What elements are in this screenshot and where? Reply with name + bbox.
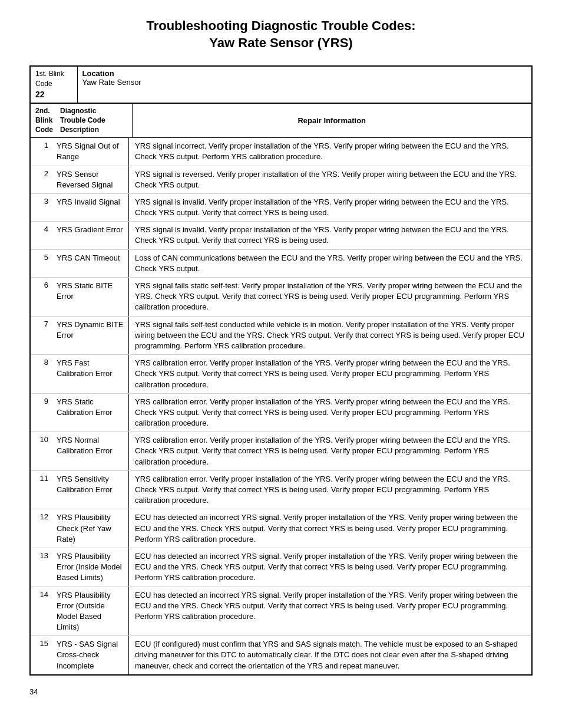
dtc-description: YRS Plausibility Error (Inside Model Bas… xyxy=(52,548,128,587)
dtc-description: YRS Plausibility Error (Outside Model Ba… xyxy=(52,587,128,636)
table-row: 9YRS Static Calibration ErrorYRS calibra… xyxy=(31,394,531,433)
dtc-description: YRS Static BITE Error xyxy=(52,278,128,316)
repair-info: ECU has detected an incorrect YRS signal… xyxy=(128,587,531,636)
row-number: 6 xyxy=(31,278,52,316)
repair-info: YRS signal fails self-test conducted whi… xyxy=(128,317,531,355)
repair-info: YRS calibration error. Verify proper ins… xyxy=(128,355,531,393)
dtc-description: YRS Sensitivity Calibration Error xyxy=(52,471,128,509)
row-number: 12 xyxy=(31,509,52,548)
main-content: 2nd.BlinkCode DiagnosticTrouble CodeDesc… xyxy=(29,104,533,675)
dtc-description: YRS Plausibility Check (Ref Yaw Rate) xyxy=(52,509,128,548)
repair-info: ECU has detected an incorrect YRS signal… xyxy=(128,548,531,587)
repair-info: YRS signal is invalid. Verify proper ins… xyxy=(128,194,531,221)
blink-code-cell: 1st. BlinkCode 22 xyxy=(30,66,77,103)
table-row: 14YRS Plausibility Error (Outside Model … xyxy=(31,587,531,637)
row-number: 3 xyxy=(31,194,52,221)
page-title: Troubleshooting Diagnostic Trouble Codes… xyxy=(29,18,533,51)
repair-info: YRS calibration error. Verify proper ins… xyxy=(128,394,531,432)
row-number: 13 xyxy=(31,548,52,587)
table-row: 2YRS Sensor Reversed SignalYRS signal is… xyxy=(31,166,531,194)
dtc-description: YRS Invalid Signal xyxy=(52,194,128,221)
row-number: 4 xyxy=(31,222,52,249)
repair-info: ECU has detected an incorrect YRS signal… xyxy=(128,509,531,548)
table-row: 4YRS Gradient ErrorYRS signal is invalid… xyxy=(31,222,531,249)
dtc-description: YRS CAN Timeout xyxy=(52,250,128,277)
repair-info: YRS calibration error. Verify proper ins… xyxy=(128,432,531,470)
table-row: 12YRS Plausibility Check (Ref Yaw Rate)E… xyxy=(31,509,531,548)
dtc-description: YRS Static Calibration Error xyxy=(52,394,128,432)
page-number: 34 xyxy=(29,687,533,696)
table-row: 13YRS Plausibility Error (Inside Model B… xyxy=(31,548,531,587)
repair-info: YRS signal is invalid. Verify proper ins… xyxy=(128,222,531,249)
table-row: 10YRS Normal Calibration ErrorYRS calibr… xyxy=(31,432,531,471)
repair-info: YRS signal is reversed. Verify proper in… xyxy=(128,166,531,193)
dtc-description: YRS Fast Calibration Error xyxy=(52,355,128,393)
row-number: 9 xyxy=(31,394,52,432)
row-number: 8 xyxy=(31,355,52,393)
col-header-repair: Repair Information xyxy=(132,104,531,137)
table-row: 5YRS CAN TimeoutLoss of CAN communicatio… xyxy=(31,250,531,278)
repair-info: YRS signal fails static self-test. Verif… xyxy=(128,278,531,316)
location-cell: Location Yaw Rate Sensor xyxy=(77,66,532,103)
repair-info: ECU (if configured) must confirm that YR… xyxy=(128,636,531,674)
table-row: 7YRS Dynamic BITE ErrorYRS signal fails … xyxy=(31,317,531,355)
row-number: 15 xyxy=(31,636,52,674)
table-row: 6YRS Static BITE ErrorYRS signal fails s… xyxy=(31,278,531,317)
repair-info: Loss of CAN communications between the E… xyxy=(128,250,531,277)
table-row: 8YRS Fast Calibration ErrorYRS calibrati… xyxy=(31,355,531,394)
dtc-description: YRS Sensor Reversed Signal xyxy=(52,166,128,193)
table-row: 15YRS - SAS Signal Cross-check Incomplet… xyxy=(31,636,531,674)
table-row: 3YRS Invalid SignalYRS signal is invalid… xyxy=(31,194,531,222)
row-number: 5 xyxy=(31,250,52,277)
dtc-description: YRS Dynamic BITE Error xyxy=(52,317,128,355)
rows-container: 1YRS Signal Out of RangeYRS signal incor… xyxy=(31,138,531,674)
dtc-description: YRS Normal Calibration Error xyxy=(52,432,128,470)
header-table: 1st. BlinkCode 22 Location Yaw Rate Sens… xyxy=(29,65,533,104)
location-label: Location xyxy=(82,69,527,78)
table-row: 1YRS Signal Out of RangeYRS signal incor… xyxy=(31,138,531,166)
row-number: 14 xyxy=(31,587,52,636)
row-number: 2 xyxy=(31,166,52,193)
repair-info: YRS calibration error. Verify proper ins… xyxy=(128,471,531,509)
table-row: 11YRS Sensitivity Calibration ErrorYRS c… xyxy=(31,471,531,510)
col-header-dtc: DiagnosticTrouble CodeDescription xyxy=(55,104,132,137)
column-header-table: 2nd.BlinkCode DiagnosticTrouble CodeDesc… xyxy=(31,104,531,138)
col-header-blink: 2nd.BlinkCode xyxy=(31,104,55,137)
row-number: 11 xyxy=(31,471,52,509)
row-number: 1 xyxy=(31,138,52,165)
dtc-description: YRS - SAS Signal Cross-check Incomplete xyxy=(52,636,128,674)
location-value: Yaw Rate Sensor xyxy=(82,78,527,87)
dtc-description: YRS Gradient Error xyxy=(52,222,128,249)
row-number: 10 xyxy=(31,432,52,470)
repair-info: YRS signal incorrect. Verify proper inst… xyxy=(128,138,531,165)
dtc-description: YRS Signal Out of Range xyxy=(52,138,128,165)
row-number: 7 xyxy=(31,317,52,355)
